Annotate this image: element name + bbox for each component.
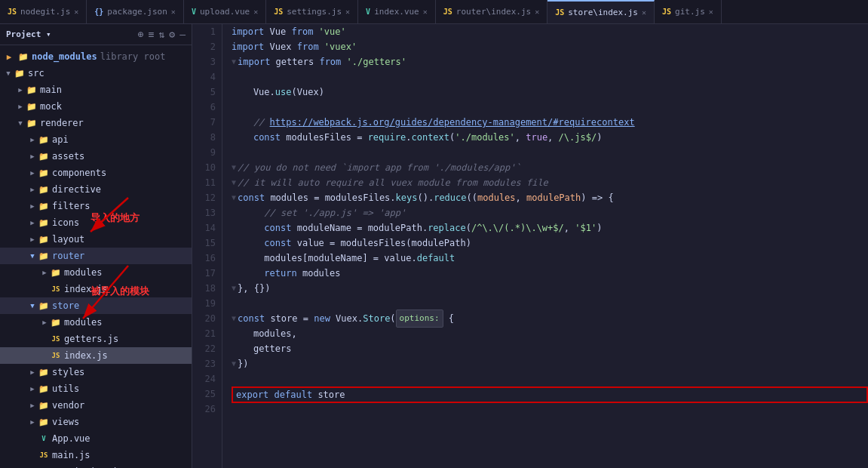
tab-upload[interactable]: V upload.vue ✕ (184, 0, 266, 23)
close-settings-js-btn[interactable]: ✕ (345, 8, 350, 16)
var-modules-16: modules (264, 251, 302, 266)
tree-permission-js[interactable]: ▶ JS permission.js (0, 463, 192, 468)
fold-icon-11[interactable]: ▼ (232, 175, 236, 190)
fold-icon-12[interactable]: ▼ (232, 190, 236, 205)
tree-store[interactable]: ▼ 📁 store (0, 297, 192, 314)
arrow-views: ▶ (27, 418, 38, 426)
tree-utils[interactable]: ▶ 📁 utils (0, 380, 192, 397)
tree-main-js[interactable]: ▶ JS main.js (0, 447, 192, 463)
tree-layout[interactable]: ▶ 📁 layout (0, 231, 192, 248)
str-regex-8: /\.js$/ (559, 130, 597, 145)
tree-node-modules[interactable]: ▶ 📁 node_modules library root (0, 48, 192, 65)
close-git-btn[interactable]: ✕ (709, 8, 713, 16)
line-num-20: 20 (192, 311, 222, 326)
punc-dot-20: . (357, 311, 363, 326)
close-nodegit-btn[interactable]: ✕ (74, 8, 78, 16)
kw-import-3: import (238, 54, 270, 69)
close-upload-btn[interactable]: ✕ (253, 8, 258, 16)
var-modules-21: modules (253, 326, 292, 341)
sidebar-title: Project ▾ (6, 29, 51, 39)
tree-src[interactable]: ▼ 📁 src (0, 65, 192, 82)
kw-const-12: const (238, 190, 265, 205)
var-const-8 (232, 130, 253, 145)
tree-icons[interactable]: ▶ 📁 icons (0, 214, 192, 231)
tab-git[interactable]: JS git.js ✕ (655, 0, 722, 23)
line-num-8: 8 (192, 130, 222, 145)
tree-label-app-vue: App.vue (52, 433, 90, 444)
code-line-7: // https://webpack.js.org/guides/depende… (232, 115, 868, 130)
fold-icon-18[interactable]: ▼ (232, 281, 236, 296)
folder-icon-router: 📁 (38, 251, 50, 261)
close-router-index-btn[interactable]: ✕ (535, 8, 539, 16)
tab-icon-settings-js: JS (274, 8, 283, 16)
sidebar-icon-minimize[interactable]: — (179, 29, 186, 40)
close-store-index-btn[interactable]: ✕ (642, 8, 646, 17)
fold-icon-3[interactable]: ▼ (232, 54, 236, 69)
code-area[interactable]: import Vue from 'vue' import Vuex from '… (222, 24, 868, 468)
tree-renderer[interactable]: ▼ 📁 renderer (0, 115, 192, 131)
tab-settings-js[interactable]: JS settings.js ✕ (266, 0, 358, 23)
line-num-3: 3 (192, 54, 222, 69)
arrow-src: ▼ (3, 69, 14, 77)
tree-store-modules[interactable]: ▶ 📁 modules (0, 314, 192, 331)
link-webpack[interactable]: https://webpack.js.org/guides/dependency… (270, 115, 635, 130)
tab-store-index[interactable]: JS store\index.js ✕ (547, 0, 655, 23)
tree-filters[interactable]: ▶ 📁 filters (0, 198, 192, 214)
tree-mock[interactable]: ▶ 📁 mock (0, 98, 192, 115)
punc-keys-12: (). (417, 190, 434, 205)
code-line-14: const moduleName = modulePath . replace … (232, 220, 868, 236)
sidebar-icon-settings[interactable]: ⚙ (169, 29, 175, 40)
tree-router[interactable]: ▼ 📁 router (0, 248, 192, 264)
fold-icon-20[interactable]: ▼ (232, 311, 236, 326)
folder-icon-filters: 📁 (38, 202, 50, 211)
fold-icon-23[interactable]: ▼ (232, 356, 236, 371)
tree-vendor[interactable]: ▶ 📁 vendor (0, 397, 192, 414)
punc-comma-8b: , (547, 130, 558, 145)
sidebar-icon-collapse[interactable]: ⇅ (159, 29, 165, 40)
tab-icon-router-index: JS (443, 8, 452, 16)
sidebar-icon-list[interactable]: ≡ (149, 29, 155, 40)
tree-label-views: views (52, 417, 79, 427)
close-index-vue-btn[interactable]: ✕ (423, 8, 428, 16)
var-sp-14 (232, 220, 264, 236)
close-package-btn[interactable]: ✕ (171, 8, 176, 16)
folder-icon-src: 📁 (14, 69, 26, 79)
tab-package[interactable]: {} package.json ✕ (87, 0, 184, 23)
tree-api[interactable]: ▶ 📁 api (0, 131, 192, 148)
var-vuex-20: Vuex (330, 311, 357, 326)
line-num-16: 16 (192, 251, 222, 266)
tab-index-vue[interactable]: V index.vue ✕ (358, 0, 436, 23)
line-num-10: 10 (192, 160, 222, 175)
tree-styles[interactable]: ▶ 📁 styles (0, 364, 192, 380)
tree-router-index[interactable]: ▶ JS index.js (0, 281, 192, 297)
tree-store-getters[interactable]: ▶ JS getters.js (0, 331, 192, 347)
tree-directive[interactable]: ▶ 📁 directive (0, 181, 192, 198)
var-mn-16: moduleName (308, 251, 362, 266)
tree-components[interactable]: ▶ 📁 components (0, 165, 192, 181)
line-num-4: 4 (192, 69, 222, 85)
tree-label-api: api (52, 134, 69, 145)
tree-app-vue[interactable]: ▶ V App.vue (0, 430, 192, 447)
tree-assets[interactable]: ▶ 📁 assets (0, 148, 192, 165)
var-getters-22: getters (253, 341, 292, 356)
tree-views[interactable]: ▶ 📁 views (0, 414, 192, 430)
tree-store-index[interactable]: ▶ JS index.js (0, 347, 192, 364)
punc-eq-8: = (357, 130, 367, 145)
fold-icon-10[interactable]: ▼ (232, 160, 236, 175)
arrow-utils: ▶ (27, 385, 38, 393)
tab-router-index[interactable]: JS router\index.js ✕ (436, 0, 547, 23)
tree-router-modules[interactable]: ▶ 📁 modules (0, 264, 192, 281)
tree-main[interactable]: ▶ 📁 main (0, 82, 192, 98)
sidebar-icon-locate[interactable]: ⊕ (138, 29, 144, 40)
folder-icon-utils: 📁 (38, 384, 50, 394)
arrow-layout: ▶ (27, 236, 38, 243)
code-line-8: const modulesFiles = require . context (… (232, 130, 868, 145)
code-line-12: ▼ const modules = modulesFiles . keys ()… (232, 190, 868, 205)
line-num-11: 11 (192, 175, 222, 190)
kw-from-2: from (297, 39, 319, 54)
punc-dot-context: . (406, 130, 411, 145)
code-line-22: getters (232, 341, 868, 356)
tab-nodegit[interactable]: JS nodegit.js ✕ (0, 0, 87, 23)
punc-dot-16: . (411, 251, 416, 266)
arrow-store: ▼ (27, 302, 38, 309)
